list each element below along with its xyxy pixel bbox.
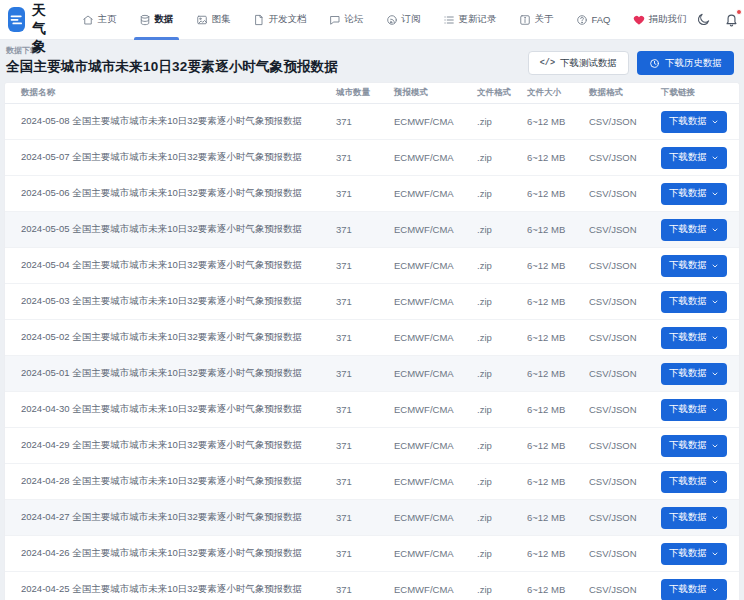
cell-data-format: CSV/JSON (589, 368, 661, 379)
download-data-button[interactable]: 下载数据 (661, 255, 727, 277)
data-table-card: 数据名称城市数量预报模式文件格式文件大小数据格式下载链接 2024-05-08 … (4, 82, 740, 600)
history-clock-icon (649, 58, 660, 69)
cell-download: 下载数据 (661, 435, 735, 457)
nav-item-label: 主页 (98, 13, 117, 26)
cell-file-size: 6~12 MB (527, 296, 589, 307)
cell-download: 下载数据 (661, 111, 735, 133)
download-data-button[interactable]: 下载数据 (661, 507, 727, 529)
cell-data-name: 2024-04-29 全国主要城市城市未来10日32要素逐小时气象预报数据 (21, 439, 336, 452)
table-row: 2024-04-26 全国主要城市城市未来10日32要素逐小时气象预报数据371… (5, 536, 739, 572)
nav-item-forum[interactable]: 论坛 (320, 0, 373, 40)
download-data-button[interactable]: 下载数据 (661, 579, 727, 600)
cell-file-format: .zip (477, 188, 527, 199)
download-history-data-button[interactable]: 下载历史数据 (637, 51, 734, 75)
chevron-down-icon (711, 154, 719, 162)
cell-data-name: 2024-05-08 全国主要城市城市未来10日32要素逐小时气象预报数据 (21, 115, 336, 128)
table-row: 2024-05-08 全国主要城市城市未来10日32要素逐小时气象预报数据371… (5, 104, 739, 140)
cell-data-format: CSV/JSON (589, 152, 661, 163)
nav-item-label: FAQ (592, 14, 611, 25)
cell-data-name: 2024-05-01 全国主要城市城市未来10日32要素逐小时气象预报数据 (21, 367, 336, 380)
notifications-button[interactable] (724, 12, 739, 28)
cell-file-size: 6~12 MB (527, 440, 589, 451)
download-data-button[interactable]: 下载数据 (661, 327, 727, 349)
page-title: 全国主要城市城市未来10日32要素逐小时气象预报数据 (6, 58, 338, 76)
cell-city-count: 371 (336, 512, 394, 523)
cell-model: ECMWF/CMA (394, 440, 477, 451)
table-row: 2024-05-01 全国主要城市城市未来10日32要素逐小时气象预报数据371… (5, 356, 739, 392)
table-row: 2024-04-28 全国主要城市城市未来10日32要素逐小时气象预报数据371… (5, 464, 739, 500)
cell-city-count: 371 (336, 584, 394, 595)
top-navbar: 海天气象 主页数据图集开发文档论坛订阅更新记录关于FAQ捐助我们 匿名用户 登录… (0, 0, 744, 40)
nav-item-donate[interactable]: 捐助我们 (624, 0, 696, 40)
brand-logo[interactable]: 海天气象 (8, 0, 55, 56)
nav-item-label: 更新记录 (459, 13, 497, 26)
table-row: 2024-04-27 全国主要城市城市未来10日32要素逐小时气象预报数据371… (5, 500, 739, 536)
download-data-button[interactable]: 下载数据 (661, 435, 727, 457)
cell-data-format: CSV/JSON (589, 188, 661, 199)
nav-item-atlas[interactable]: 图集 (187, 0, 240, 40)
cell-city-count: 371 (336, 332, 394, 343)
table-row: 2024-04-25 全国主要城市城市未来10日32要素逐小时气象预报数据371… (5, 572, 739, 600)
download-data-button[interactable]: 下载数据 (661, 219, 727, 241)
download-data-button[interactable]: 下载数据 (661, 183, 727, 205)
nav-item-faq[interactable]: FAQ (567, 0, 620, 40)
download-data-button[interactable]: 下载数据 (661, 111, 727, 133)
cell-file-size: 6~12 MB (527, 584, 589, 595)
document-icon (253, 14, 265, 26)
cell-download: 下载数据 (661, 543, 735, 565)
page-header: 数据下载 全国主要城市城市未来10日32要素逐小时气象预报数据 </> 下载测试… (0, 40, 744, 82)
column-header: 文件大小 (527, 87, 589, 99)
cell-data-format: CSV/JSON (589, 440, 661, 451)
download-data-button[interactable]: 下载数据 (661, 363, 727, 385)
image-icon (196, 14, 208, 26)
download-button-label: 下载数据 (669, 331, 707, 344)
cell-city-count: 371 (336, 152, 394, 163)
cell-data-format: CSV/JSON (589, 260, 661, 271)
download-test-data-button[interactable]: </> 下载测试数据 (528, 51, 629, 75)
cell-data-name: 2024-04-28 全国主要城市城市未来10日32要素逐小时气象预报数据 (21, 475, 336, 488)
cell-file-size: 6~12 MB (527, 512, 589, 523)
brand-name: 海天气象 (32, 0, 55, 56)
nav-item-about[interactable]: 关于 (510, 0, 563, 40)
download-data-button[interactable]: 下载数据 (661, 471, 727, 493)
cell-data-format: CSV/JSON (589, 476, 661, 487)
column-header: 城市数量 (336, 87, 394, 99)
cell-data-name: 2024-05-05 全国主要城市城市未来10日32要素逐小时气象预报数据 (21, 223, 336, 236)
cell-model: ECMWF/CMA (394, 404, 477, 415)
cell-file-format: .zip (477, 512, 527, 523)
cell-data-format: CSV/JSON (589, 224, 661, 235)
about-icon (519, 14, 531, 26)
table-row: 2024-05-02 全国主要城市城市未来10日32要素逐小时气象预报数据371… (5, 320, 739, 356)
download-data-button[interactable]: 下载数据 (661, 147, 727, 169)
column-header: 下载链接 (661, 87, 735, 99)
download-data-button[interactable]: 下载数据 (661, 543, 727, 565)
cell-model: ECMWF/CMA (394, 260, 477, 271)
cell-data-format: CSV/JSON (589, 584, 661, 595)
download-button-label: 下载数据 (669, 223, 707, 236)
cell-data-name: 2024-04-25 全国主要城市城市未来10日32要素逐小时气象预报数据 (21, 583, 336, 596)
nav-item-label: 关于 (535, 13, 554, 26)
table-row: 2024-05-07 全国主要城市城市未来10日32要素逐小时气象预报数据371… (5, 140, 739, 176)
moon-icon (696, 12, 711, 27)
cell-file-size: 6~12 MB (527, 548, 589, 559)
cell-data-format: CSV/JSON (589, 332, 661, 343)
download-data-button[interactable]: 下载数据 (661, 399, 727, 421)
cell-file-format: .zip (477, 368, 527, 379)
nav-item-devdocs[interactable]: 开发文档 (244, 0, 316, 40)
cell-data-format: CSV/JSON (589, 296, 661, 307)
cell-city-count: 371 (336, 224, 394, 235)
cell-model: ECMWF/CMA (394, 224, 477, 235)
cell-data-format: CSV/JSON (589, 548, 661, 559)
nav-item-data[interactable]: 数据 (130, 0, 183, 40)
nav-item-changelog[interactable]: 更新记录 (434, 0, 506, 40)
nav-item-subscribe[interactable]: 订阅 (377, 0, 430, 40)
chevron-down-icon (711, 442, 719, 450)
download-data-button[interactable]: 下载数据 (661, 291, 727, 313)
chevron-down-icon (711, 478, 719, 486)
download-button-label: 下载数据 (669, 511, 707, 524)
column-header: 数据格式 (589, 87, 661, 99)
cell-city-count: 371 (336, 476, 394, 487)
cell-file-format: .zip (477, 116, 527, 127)
nav-item-home[interactable]: 主页 (73, 0, 126, 40)
dark-mode-toggle[interactable] (696, 12, 711, 28)
